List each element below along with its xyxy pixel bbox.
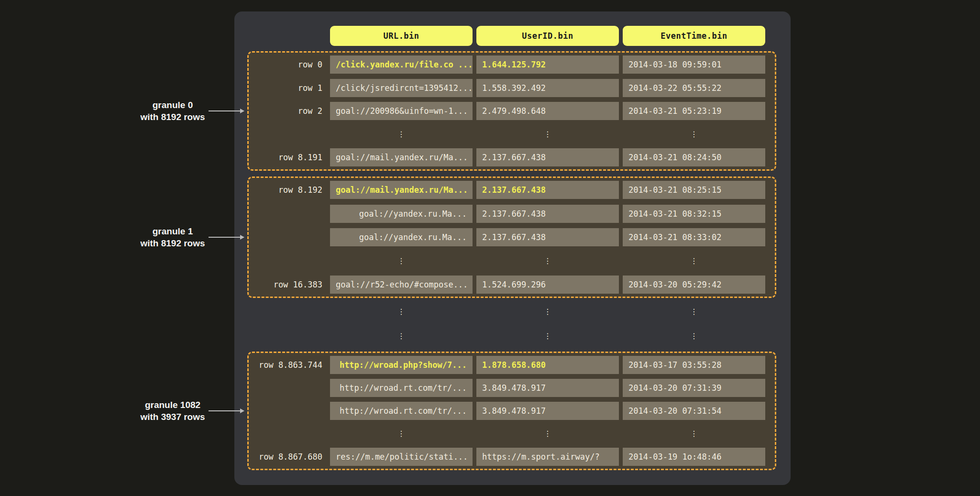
diagram-stage: URL.bin UserID.bin EventTime.bin row 0/c… [0,0,980,496]
ellipsis-row: ⋮⋮⋮ [249,425,775,443]
url-cell: goal://yandex.ru.Ma... [330,205,473,223]
userid-cell: 2.479.498.648 [476,102,619,120]
eventtime-cell: 2014-03-20 05:29:42 [623,276,765,294]
table-row: row 1/click/jsredircnt=1395412...1.558.3… [249,79,775,97]
ellipsis-row: ⋮⋮⋮ [249,252,775,270]
vertical-ellipsis-url: ⋮ [330,303,473,321]
column-header-url-bin: URL.bin [330,26,473,46]
table-row: http://wroad.rt.com/tr/...3.849.478.9172… [249,379,775,397]
vertical-ellipsis-url: ⋮ [330,252,473,270]
eventtime-cell: 2014-03-20 07:31:39 [623,379,765,397]
table-row: row 8.191goal://mail.yandex.ru/Ma...2.13… [249,148,775,166]
row-label: row 8.867.680 [249,448,330,466]
row-label: row 8.863.744 [249,356,330,374]
vertical-ellipsis-eventtime: ⋮ [623,303,765,321]
gap-ellipsis-row: ⋮⋮⋮ [249,303,775,321]
url-cell: goal://200986&uinfo=wn-1... [330,102,473,120]
url-cell: goal://yandex.ru.Ma... [330,228,473,246]
row-label-spacer [249,327,330,345]
url-cell: goal://mail.yandex.ru/Ma... [330,181,473,199]
column-header-eventtime-bin: EventTime.bin [623,26,765,46]
eventtime-cell: 2014-03-21 08:33:02 [623,228,765,246]
url-cell: /click/jsredircnt=1395412... [330,79,473,97]
vertical-ellipsis-url: ⋮ [330,125,473,143]
eventtime-cell: 2014-03-21 05:23:19 [623,102,765,120]
row-label [249,379,330,397]
url-cell: http://wroad.php?show/7... [330,356,473,374]
userid-cell: 1.558.392.492 [476,79,619,97]
userid-cell: 1.524.699.296 [476,276,619,294]
userid-cell: 2.137.667.438 [476,181,619,199]
vertical-ellipsis-userid: ⋮ [476,425,619,443]
userid-cell: 3.849.478.917 [476,402,619,420]
url-cell: http://wroad.rt.com/tr/... [330,379,473,397]
column-header-userid-bin: UserID.bin [476,26,619,46]
url-cell: goal://mail.yandex.ru/Ma... [330,148,473,166]
userid-cell: 3.849.478.917 [476,379,619,397]
userid-cell: 2.137.667.438 [476,228,619,246]
vertical-ellipsis-eventtime: ⋮ [623,125,765,143]
table-row: row 8.192goal://mail.yandex.ru/Ma...2.13… [249,181,775,199]
row-label [249,425,330,443]
gap-ellipsis-row: ⋮⋮⋮ [249,327,775,345]
row-label [249,402,330,420]
table-row: row 8.867.680res://m.me/politic/stati...… [249,448,775,466]
vertical-ellipsis-userid: ⋮ [476,327,619,345]
row-label [249,205,330,223]
granule-label-line2: with 3937 rows [94,411,252,423]
eventtime-cell: 2014-03-18 09:59:01 [623,55,765,74]
vertical-ellipsis-url: ⋮ [330,425,473,443]
row-label: row 8.191 [249,148,330,166]
vertical-ellipsis-url: ⋮ [330,327,473,345]
row-label: row 2 [249,102,330,120]
row-label [249,125,330,143]
eventtime-cell: 2014-03-21 08:24:50 [623,148,765,166]
row-label: row 16.383 [249,276,330,294]
table-row: row 0/click.yandex.ru/file.co ...1.644.1… [249,55,775,74]
granule-label-line1: granule 0 [94,99,252,111]
table-row: goal://yandex.ru.Ma...2.137.667.4382014-… [249,205,775,223]
eventtime-cell: 2014-03-21 08:32:15 [623,205,765,223]
eventtime-cell: 2014-03-17 03:55:28 [623,356,765,374]
userid-cell: https://m.sport.airway/? [476,448,619,466]
vertical-ellipsis-userid: ⋮ [476,125,619,143]
granule-label-line2: with 8192 rows [94,111,252,123]
userid-cell: 1.878.658.680 [476,356,619,374]
eventtime-cell: 2014-03-19 1o:48:46 [623,448,765,466]
right-arrow-icon [209,237,240,238]
right-arrow-icon [209,110,240,111]
eventtime-cell: 2014-03-22 05:55:22 [623,79,765,97]
userid-cell: 2.137.667.438 [476,205,619,223]
url-cell: http://wroad.rt.com/tr/... [330,402,473,420]
table-card: URL.bin UserID.bin EventTime.bin row 0/c… [234,11,791,485]
row-label: row 1 [249,79,330,97]
row-label: row 0 [249,55,330,74]
granule-label-line1: granule 1082 [94,399,252,411]
row-label: row 8.192 [249,181,330,199]
eventtime-cell: 2014-03-21 08:25:15 [623,181,765,199]
userid-cell: 2.137.667.438 [476,148,619,166]
right-arrow-icon [209,410,240,411]
eventtime-cell: 2014-03-20 07:31:54 [623,402,765,420]
granule-box-2: row 8.863.744http://wroad.php?show/7...1… [247,352,776,470]
granule-box-1: row 8.192goal://mail.yandex.ru/Ma...2.13… [247,176,776,298]
row-label [249,252,330,270]
row-label [249,228,330,246]
vertical-ellipsis-eventtime: ⋮ [623,327,765,345]
granule-label-line2: with 8192 rows [94,237,252,249]
table-row: http://wroad.rt.com/tr/...3.849.478.9172… [249,402,775,420]
vertical-ellipsis-eventtime: ⋮ [623,252,765,270]
table-row: row 16.383goal://r52-echo/#compose...1.5… [249,276,775,294]
ellipsis-row: ⋮⋮⋮ [249,125,775,143]
vertical-ellipsis-userid: ⋮ [476,252,619,270]
table-row: row 8.863.744http://wroad.php?show/7...1… [249,356,775,374]
granule-box-0: row 0/click.yandex.ru/file.co ...1.644.1… [247,51,776,171]
table-row: goal://yandex.ru.Ma...2.137.667.4382014-… [249,228,775,246]
url-cell: res://m.me/politic/stati... [330,448,473,466]
table-row: row 2goal://200986&uinfo=wn-1...2.479.49… [249,102,775,120]
url-cell: goal://r52-echo/#compose... [330,276,473,294]
url-cell: /click.yandex.ru/file.co ... [330,55,473,74]
vertical-ellipsis-eventtime: ⋮ [623,425,765,443]
vertical-ellipsis-userid: ⋮ [476,303,619,321]
row-label-spacer [249,303,330,321]
